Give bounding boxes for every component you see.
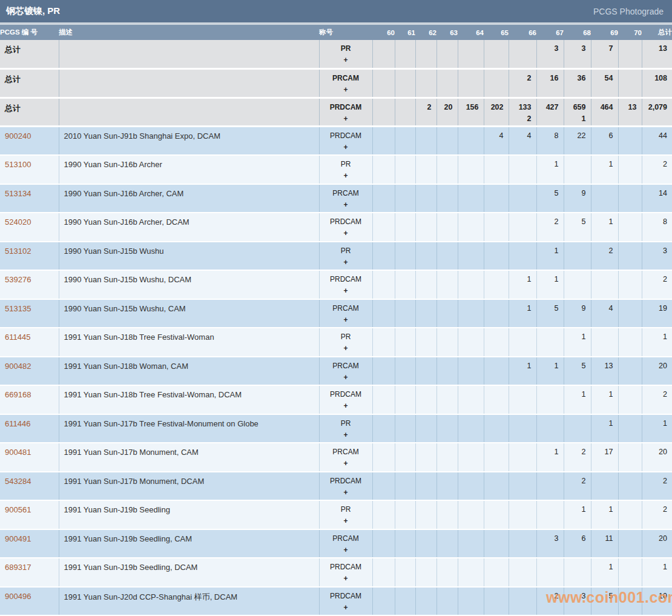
row-total: 2 [642,505,668,514]
grade-67-count-cell: 2 [536,587,564,616]
grade-count [416,217,432,227]
plus-grade-count [395,344,410,353]
grade-67-count-cell: 427 [536,98,564,127]
grade-count [437,419,453,428]
designation-label: PRCAM [320,362,372,371]
pcgs-number-link[interactable]: 900240 [5,131,31,141]
table-row: 5240201990 Yuan Sun-J16b Archer, DCAMPRD… [0,213,672,242]
plus-grade-count [395,56,410,65]
grade-61-count-cell [395,328,415,357]
plus-grade-count [416,85,432,94]
grade-count [484,534,504,543]
pcgs-number-link[interactable]: 900482 [5,362,31,371]
pcgs-number-link[interactable]: 900496 [5,592,31,601]
table-row: 5392761990 Yuan Sun-J15b Wushu, DCAMPRDC… [0,270,672,299]
designation-label: PRDCAM [320,217,372,227]
grade-66-count-cell [509,155,536,184]
plus-grade-count [564,171,586,180]
grade-count [373,534,390,543]
pcgs-number-link[interactable]: 513135 [5,304,31,313]
grade-count [395,217,410,227]
plus-grade-count [509,517,532,526]
grade-68-count-cell: 2 [564,472,591,501]
coin-description: 1990 Yuan Sun-J16b Archer [59,155,319,184]
grade-count [564,160,586,169]
pcgs-number-link[interactable]: 900481 [5,448,31,457]
row-total: 2 [642,160,668,169]
photograde-link[interactable]: PCGS Photograde [593,7,664,16]
grade-65-count-cell [484,443,509,472]
table-row: 6114451991 Yuan Sun-J18b Tree Festival-W… [0,328,672,357]
grade-66-count-cell [509,587,536,616]
pcgs-number-cell: 513134 [0,184,59,213]
plus-grade-count [458,143,479,152]
grade-count [509,247,532,256]
coin-description: 1990 Yuan Sun-J15b Wushu, DCAM [59,270,319,299]
title-bar: 钢芯镀镍, PR PCGS Photograde [0,0,672,22]
pcgs-number-link[interactable]: 669168 [5,390,31,399]
grade-61-count-cell [395,443,415,472]
pcgs-number-link[interactable]: 513102 [5,247,31,256]
plus-grade-count [591,56,613,65]
grade-66-count-cell: 4 [509,127,536,156]
plus-designation: + [320,200,372,210]
pcgs-number-link[interactable]: 611445 [5,333,30,342]
grade-66-count-cell [509,472,536,501]
plus-grade-count [484,603,504,612]
grade-61-count-cell [395,299,415,328]
plus-grade-count [395,574,410,583]
plus-grade-count [437,229,453,238]
plus-grade-count [619,286,637,296]
grade-count [458,362,479,371]
plus-grade-count [564,459,586,468]
row-total-cell: 19 [642,299,672,328]
row-total: 44 [642,131,668,141]
plus-grade-count [373,517,390,526]
row-total-cell: 2 [642,472,672,501]
plus-grade-count [591,229,613,238]
grade-count [373,304,390,313]
grade-63-count-cell [436,242,458,271]
grade-count [437,505,453,514]
plus-grade-count [619,373,637,382]
plus-grade-count [591,517,613,526]
table-row: 9005611991 Yuan Sun-J19b SeedlingPR+112 [0,500,672,529]
table-row: 9004961991 Yuan Sun-J20d CCP-Shanghai 样币… [0,587,672,616]
grade-count [416,505,432,514]
pcgs-number-cell: 900240 [0,127,59,156]
grade-64-count-cell [458,500,484,529]
plus-grade-count [458,517,479,526]
grade-61-count-cell [395,500,415,529]
plus-grade-count [373,286,390,296]
grade-count [437,44,453,53]
pcgs-number-link[interactable]: 513100 [5,160,31,169]
row-total: 2 [642,275,668,284]
grade-67-count-cell [536,328,564,357]
plus-grade-count [373,574,390,583]
grade-count [416,189,432,198]
row-total-cell: 20 [642,529,672,558]
pcgs-number-link[interactable]: 900491 [5,534,31,543]
pcgs-number-link[interactable]: 513134 [5,189,31,198]
plus-grade-count [619,546,637,555]
pcgs-number-link[interactable]: 611446 [5,419,30,428]
grade-count [437,160,453,169]
designation-cell: PRDCAM+ [319,127,372,156]
pcgs-number-link[interactable]: 689317 [5,563,31,572]
plus-grade-count [458,258,479,267]
pcgs-number-link[interactable]: 543284 [5,477,31,486]
row-total: 20 [642,448,668,457]
grade-count: 3 [537,534,559,543]
designation-label: PRDCAM [320,390,372,399]
designation-label: PRDCAM [320,131,372,141]
grade-70-count-cell [618,472,642,501]
grade-count [437,563,453,572]
plus-designation: + [320,114,372,124]
pcgs-number-link[interactable]: 539276 [5,275,31,284]
plus-designation: + [320,171,372,180]
plus-grade-count [537,286,559,296]
pcgs-number-link[interactable]: 900561 [5,505,31,514]
pcgs-number-link[interactable]: 524020 [5,217,31,227]
plus-grade-count [484,373,504,382]
row-total: 1 [642,333,668,342]
